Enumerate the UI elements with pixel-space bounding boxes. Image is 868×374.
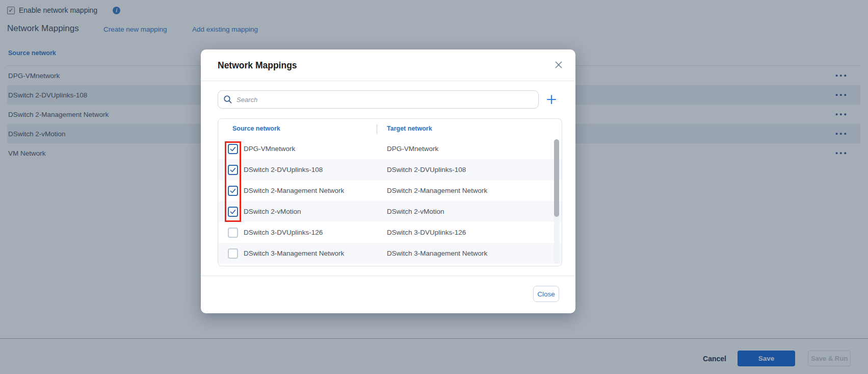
mapping-row: DPG-VMnetworkDPG-VMnetwork	[218, 138, 562, 159]
target-network-cell: DSwitch 2-vMotion	[387, 208, 444, 215]
row-checkbox-checked[interactable]	[228, 186, 238, 196]
divider	[201, 276, 575, 276]
row-checkbox-unchecked[interactable]	[228, 228, 238, 238]
mapping-table-header: Source network Target network	[218, 119, 562, 138]
dialog-title: Network Mappings	[218, 60, 297, 71]
mapping-table: Source network Target network DPG-VMnetw…	[218, 118, 562, 266]
row-checkbox-unchecked[interactable]	[228, 248, 238, 259]
mapping-table-body: DPG-VMnetworkDPG-VMnetworkDSwitch 2-DVUp…	[218, 138, 562, 264]
source-network-cell: DSwitch 3-DVUplinks-126	[244, 229, 323, 236]
search-input[interactable]	[236, 96, 533, 104]
target-network-cell: DSwitch 3-Management Network	[387, 250, 487, 257]
mapping-row: DSwitch 2-vMotionDSwitch 2-vMotion	[218, 201, 562, 222]
source-network-cell: DPG-VMnetwork	[244, 145, 295, 153]
scrollbar-thumb[interactable]	[554, 139, 559, 217]
divider	[201, 81, 575, 81]
mapping-row: DSwitch 3-Management NetworkDSwitch 3-Ma…	[218, 243, 562, 264]
source-network-header: Source network	[232, 125, 280, 132]
mapping-row: DSwitch 3-DVUplinks-126DSwitch 3-DVUplin…	[218, 222, 562, 243]
screen: ✓ Enable network mapping i Network Mappi…	[0, 0, 868, 374]
target-network-cell: DPG-VMnetwork	[387, 145, 438, 153]
source-network-cell: DSwitch 2-vMotion	[244, 208, 301, 215]
target-network-cell: DSwitch 2-Management Network	[387, 187, 487, 194]
source-network-cell: DSwitch 3-Management Network	[244, 250, 344, 257]
row-checkbox-checked[interactable]	[228, 207, 238, 217]
target-network-cell: DSwitch 2-DVUplinks-108	[387, 166, 466, 173]
close-icon[interactable]	[552, 58, 565, 71]
mapping-row: DSwitch 2-DVUplinks-108DSwitch 2-DVUplin…	[218, 159, 562, 180]
source-network-cell: DSwitch 2-Management Network	[244, 187, 344, 194]
mapping-row: DSwitch 2-Management NetworkDSwitch 2-Ma…	[218, 180, 562, 201]
row-checkbox-checked[interactable]	[228, 165, 238, 175]
search-box	[218, 90, 539, 109]
source-network-cell: DSwitch 2-DVUplinks-108	[244, 166, 323, 173]
plus-icon[interactable]	[544, 92, 559, 107]
target-network-cell: DSwitch 3-DVUplinks-126	[387, 229, 466, 236]
close-button[interactable]: Close	[533, 286, 559, 302]
row-checkbox-checked[interactable]	[228, 144, 238, 154]
network-mappings-dialog: Network Mappings S	[201, 49, 575, 313]
column-separator	[377, 124, 377, 134]
modal-table-scrollbar[interactable]	[554, 139, 559, 264]
search-icon	[223, 95, 232, 104]
target-network-header: Target network	[387, 125, 432, 132]
